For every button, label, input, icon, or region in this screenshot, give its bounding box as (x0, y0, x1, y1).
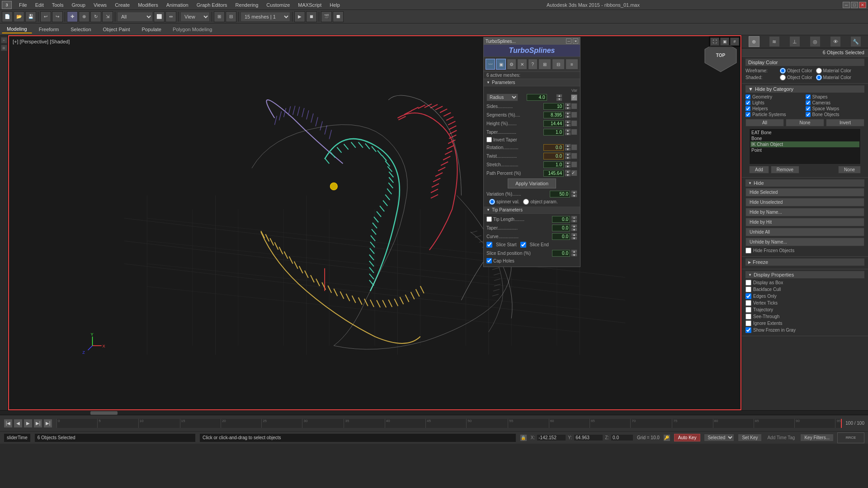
shaded-object-color[interactable]: Object Color (780, 75, 812, 80)
ts-rotation-spinner[interactable]: ▲ ▼ (565, 144, 571, 151)
ts-segments-up[interactable]: ▲ (565, 111, 571, 115)
ts-var-down[interactable]: ▼ (571, 194, 577, 197)
obj-item-ik-chain[interactable]: IK Chain Object (750, 141, 859, 147)
ts-tip-params-section[interactable]: ▼ Tip Parameters (484, 206, 580, 214)
obj-none-button[interactable]: None (838, 166, 861, 174)
hide-selected-button[interactable]: Hide Selected (745, 188, 864, 197)
ts-segments-spinner[interactable]: ▲ ▼ (565, 111, 571, 118)
ts-stretch-up[interactable]: ▲ (565, 161, 571, 164)
ts-rotation-check[interactable] (571, 144, 577, 150)
maximize-button[interactable]: □ (851, 2, 858, 8)
ts-titlebar[interactable]: TurboSplines... ─ ✕ (484, 38, 580, 45)
playhead[interactable] (841, 419, 842, 428)
cmd-display[interactable]: 👁 (830, 36, 841, 47)
cmd-motion[interactable]: ◎ (810, 36, 821, 47)
cat-space-warps-check[interactable] (806, 106, 811, 111)
stop-button[interactable]: ⏹ (306, 11, 317, 22)
ts-sides-check[interactable] (571, 103, 577, 109)
ts-height-down[interactable]: ▼ (565, 123, 571, 127)
ts-slice-pos-spinner[interactable]: ▲ ▼ (571, 249, 577, 257)
apply-variation-button[interactable]: Apply Variation (508, 178, 556, 188)
ts-height-input[interactable] (543, 120, 564, 127)
ts-tool-delete[interactable]: ✕ (517, 59, 527, 70)
ts-radius-check[interactable]: ✓ (571, 94, 577, 101)
move-button[interactable]: ⊕ (79, 11, 90, 22)
cmd-hierarchy[interactable]: ⊥ (789, 36, 800, 47)
wireframe-object-color[interactable]: Object Color (780, 68, 812, 74)
ts-tip-len-down[interactable]: ▼ (571, 219, 577, 223)
hide-by-name-button[interactable]: Hide by Name... (745, 208, 864, 216)
edges-only-check[interactable] (745, 293, 751, 299)
cat-all-button[interactable]: All (745, 119, 784, 127)
obj-remove-button[interactable]: Remove (771, 166, 799, 174)
hide-unselected-button[interactable]: Hide Unselected (745, 198, 864, 206)
ts-twist-down[interactable]: ▼ (565, 156, 571, 160)
rotate-button[interactable]: ↻ (90, 11, 101, 22)
modeling-tab[interactable]: Modeling (2, 25, 32, 33)
cat-particle-check[interactable] (745, 112, 750, 117)
ts-tool-help[interactable]: ? (528, 59, 538, 70)
ts-taper-up[interactable]: ▲ (565, 128, 571, 132)
quick-align-button[interactable]: ⊟ (226, 11, 236, 22)
menu-help[interactable]: Help (326, 1, 344, 9)
cmd-create[interactable]: ⊕ (749, 36, 760, 47)
open-button[interactable]: 📂 (14, 11, 24, 22)
ts-rotation-down[interactable]: ▼ (565, 147, 571, 151)
menu-tools[interactable]: Tools (48, 1, 67, 9)
selection-tab[interactable]: Selection (66, 25, 96, 33)
ts-sides-input[interactable] (543, 103, 564, 110)
trajectory-check[interactable] (745, 307, 751, 313)
ts-tip-length-input[interactable] (552, 216, 570, 223)
timeline-scrollbar[interactable] (0, 410, 868, 415)
ts-path-down[interactable]: ▼ (565, 173, 571, 177)
menu-rendering[interactable]: Rendering (232, 1, 262, 9)
ts-tip-length-checkbox[interactable] (486, 216, 492, 222)
ts-radius-up[interactable]: ▲ (556, 94, 562, 98)
obj-item-point[interactable]: Point (750, 147, 859, 153)
ts-height-spinner[interactable]: ▲ ▼ (565, 120, 571, 127)
backface-cull-check[interactable] (745, 286, 751, 292)
viewport[interactable]: [+] [Perspective] [Shaded] (8, 35, 741, 410)
cat-cameras-check[interactable] (806, 100, 811, 105)
ts-tool-extra1[interactable]: ⊞ (538, 59, 551, 70)
y-input[interactable] (574, 434, 603, 441)
set-key-button[interactable]: Set Key (738, 434, 762, 441)
key-filters-button[interactable]: Key Filters... (800, 434, 834, 441)
ts-slice-end-checkbox[interactable] (520, 242, 526, 248)
minimize-button[interactable]: ─ (843, 2, 850, 8)
timeline-bar[interactable]: 0 5 10 15 20 25 30 35 40 45 50 55 60 65 … (56, 418, 842, 428)
ts-tip-taper-up[interactable]: ▲ (571, 224, 577, 228)
ts-tip-taper-down[interactable]: ▼ (571, 228, 577, 231)
ts-tip-curve-up[interactable]: ▲ (571, 233, 577, 236)
ts-twist-up[interactable]: ▲ (565, 152, 571, 156)
ts-slice-start-checkbox[interactable] (486, 242, 492, 248)
ts-stretch-spinner[interactable]: ▲ ▼ (565, 161, 571, 168)
ts-segments-check[interactable] (571, 112, 577, 118)
cat-invert-button[interactable]: Invert (826, 119, 864, 127)
menu-create[interactable]: Create (111, 1, 133, 9)
cat-none-button[interactable]: None (786, 119, 824, 127)
ts-taper-spinner[interactable]: ▲ ▼ (565, 128, 571, 136)
tl-prev-frame-button[interactable]: ◀ (14, 419, 23, 428)
display-as-box-check[interactable] (745, 280, 751, 286)
align-button[interactable]: ⊞ (214, 11, 225, 22)
left-tool-1[interactable]: + (1, 37, 7, 43)
ts-radius-input[interactable] (527, 94, 547, 101)
mesh-count-dropdown[interactable]: 15 meshes | 1 (241, 12, 290, 22)
ts-segments-input[interactable] (543, 112, 564, 118)
cat-shapes-check[interactable] (806, 94, 811, 99)
tl-start-button[interactable]: |◀ (4, 419, 13, 428)
ts-variation-input[interactable] (550, 191, 570, 197)
lock-icon[interactable]: 🔒 (520, 434, 527, 441)
ts-variation-spinner[interactable]: ▲ ▼ (571, 190, 577, 197)
ts-taper-down[interactable]: ▼ (565, 132, 571, 136)
display-props-header[interactable]: Display Properties (745, 271, 864, 278)
vp-grid[interactable]: # (730, 38, 739, 46)
ts-var-up[interactable]: ▲ (571, 190, 577, 194)
select-button[interactable]: ✚ (67, 11, 78, 22)
ts-rotation-input[interactable] (543, 144, 564, 151)
ts-tip-taper-input[interactable] (552, 225, 570, 231)
ts-radius-select[interactable]: Radius Height Width (486, 94, 518, 101)
slider-time-field[interactable]: sliderTime (4, 433, 31, 442)
ts-path-percent-spinner[interactable]: ▲ ▼ (565, 169, 571, 177)
